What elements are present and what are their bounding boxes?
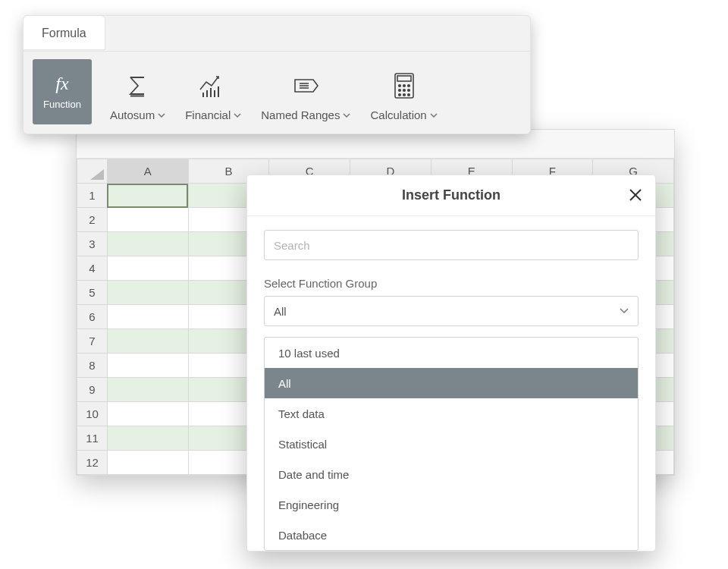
tab-formula[interactable]: Formula [23,15,105,50]
cell[interactable] [107,426,188,451]
autosum-label: Autosum [110,108,155,121]
financial-button[interactable]: Financial [184,59,243,124]
svg-point-15 [403,90,405,92]
row-header[interactable]: 11 [77,426,108,451]
financial-label: Financial [185,108,231,121]
dialog-title: Insert Function [402,187,500,203]
svg-point-11 [398,85,400,87]
cell[interactable] [107,305,188,329]
group-options-list: 10 last usedAllText dataStatisticalDate … [264,337,639,551]
named-ranges-label: Named Ranges [261,108,340,121]
tag-icon [290,71,321,101]
cell[interactable] [107,281,188,305]
svg-rect-3 [210,88,212,97]
select-all-corner[interactable] [77,159,108,184]
cell[interactable] [107,451,188,475]
group-select-value: All [274,305,287,318]
chevron-down-icon [158,113,165,118]
cell[interactable] [107,378,188,402]
svg-point-17 [398,94,400,96]
svg-rect-4 [214,90,215,97]
row-header[interactable]: 4 [77,256,108,281]
calculation-button[interactable]: Calculation [369,59,438,124]
insert-function-dialog: Insert Function Select Function Group Al… [246,174,656,552]
dialog-header: Insert Function [247,175,655,216]
svg-point-19 [407,94,410,96]
chevron-down-icon [620,308,629,314]
close-button[interactable] [626,186,645,204]
svg-point-16 [407,90,410,92]
group-option[interactable]: Databace [265,520,638,550]
cell[interactable] [107,256,188,281]
close-icon [626,186,645,204]
search-input[interactable] [264,230,639,260]
svg-rect-5 [218,86,219,97]
function-button-label: Function [43,99,81,110]
row-header[interactable]: 6 [77,305,108,329]
cell[interactable] [107,329,188,354]
autosum-button[interactable]: Autosum [108,59,167,124]
group-option[interactable]: 10 last used [265,338,638,368]
group-option[interactable]: All [265,368,638,398]
fx-icon: fx [55,74,68,94]
ribbon-body: fx Function Autosum [24,51,530,134]
cell[interactable] [107,402,188,426]
sigma-icon [125,71,151,101]
chevron-down-icon [234,113,241,118]
row-header[interactable]: 12 [77,451,108,475]
svg-point-14 [398,90,400,92]
named-ranges-button[interactable]: Named Ranges [259,59,352,124]
group-option[interactable]: Statistical [265,429,638,459]
cell[interactable] [107,184,188,208]
row-header[interactable]: 9 [77,378,108,402]
cell[interactable] [107,232,188,256]
row-header[interactable]: 2 [77,208,108,232]
group-select[interactable]: All [264,296,639,326]
calculator-icon [393,71,416,101]
svg-rect-2 [206,90,208,97]
svg-point-18 [403,94,405,96]
calculation-label: Calculation [370,108,426,121]
group-label: Select Function Group [264,277,639,290]
chevron-down-icon [430,113,438,118]
svg-point-13 [407,85,410,87]
svg-rect-10 [397,76,411,81]
cell[interactable] [107,208,188,232]
svg-point-12 [403,85,405,87]
chevron-down-icon [343,113,350,118]
cell[interactable] [107,354,188,378]
function-button[interactable]: fx Function [33,59,92,124]
col-header[interactable]: A [107,159,188,184]
row-header[interactable]: 7 [77,329,108,354]
group-option[interactable]: Engineering [265,489,638,520]
group-option[interactable]: Date and time [265,459,638,489]
group-option[interactable]: Text data [265,398,638,429]
row-header[interactable]: 3 [77,232,108,256]
row-header[interactable]: 8 [77,354,108,378]
row-header[interactable]: 5 [77,281,108,305]
svg-rect-1 [202,93,204,97]
chart-icon [198,71,228,101]
row-header[interactable]: 10 [77,402,108,426]
row-header[interactable]: 1 [77,184,108,208]
formula-ribbon: Formula fx Function Autosum [23,15,531,134]
